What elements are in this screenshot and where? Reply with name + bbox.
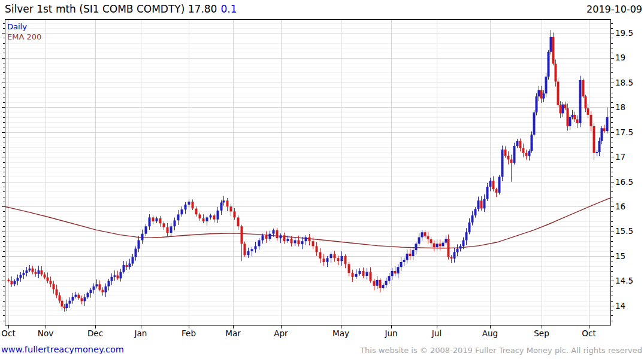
svg-text:May: May <box>332 328 349 338</box>
svg-text:15: 15 <box>615 251 625 261</box>
svg-text:Feb: Feb <box>182 328 196 338</box>
svg-text:16.5: 16.5 <box>615 177 633 187</box>
svg-text:Aug: Aug <box>482 328 498 338</box>
svg-text:18: 18 <box>615 102 625 112</box>
svg-text:Dec: Dec <box>87 328 103 338</box>
svg-text:19: 19 <box>615 53 625 62</box>
chart-page: Silver 1st mth (SI1 COMB COMDTY) 17.800.… <box>0 0 644 359</box>
svg-text:Oct: Oct <box>582 328 595 338</box>
svg-text:19.5: 19.5 <box>615 28 633 38</box>
svg-text:18.5: 18.5 <box>615 78 633 87</box>
copyright-text: This website is © 2008-2019 Fuller Treac… <box>360 346 642 355</box>
candlestick-chart: 1414.51515.51616.51717.51818.51919.5OctN… <box>0 0 644 359</box>
svg-text:Nov: Nov <box>38 328 53 338</box>
svg-text:14: 14 <box>615 301 625 311</box>
svg-text:Jun: Jun <box>384 328 397 338</box>
legend-timeframe: Daily <box>7 22 41 32</box>
svg-text:Sep: Sep <box>534 328 549 338</box>
svg-text:Apr: Apr <box>274 328 288 338</box>
svg-text:Jan: Jan <box>134 328 147 338</box>
chart-legend: Daily EMA 200 <box>7 22 41 42</box>
svg-text:17: 17 <box>615 152 625 162</box>
svg-text:15.5: 15.5 <box>615 226 633 236</box>
svg-text:17.5: 17.5 <box>615 127 633 137</box>
svg-text:16: 16 <box>615 202 625 211</box>
svg-text:14.5: 14.5 <box>615 276 633 285</box>
site-link[interactable]: www.fullertreacymoney.com <box>1 345 124 354</box>
svg-text:Mar: Mar <box>225 328 241 338</box>
legend-ema-200: EMA 200 <box>7 32 41 42</box>
svg-text:Jul: Jul <box>431 328 442 338</box>
svg-text:Oct: Oct <box>1 328 15 338</box>
